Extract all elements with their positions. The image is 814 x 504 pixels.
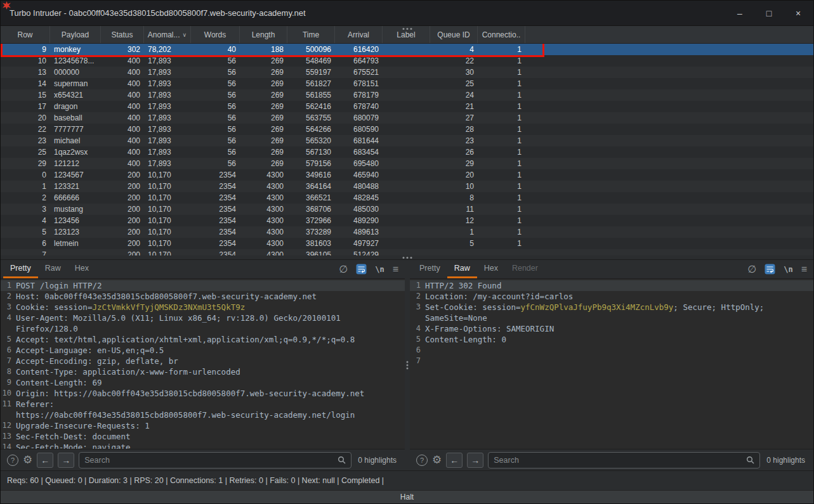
help-icon[interactable]: ? bbox=[416, 455, 428, 466]
table-cell: 56 bbox=[191, 124, 240, 135]
column-header-status[interactable]: Status bbox=[101, 26, 144, 43]
line-number: 3 bbox=[1, 302, 16, 313]
column-header-row[interactable]: Row bbox=[1, 26, 50, 43]
maximize-button[interactable]: □ bbox=[764, 8, 774, 18]
table-cell: 200 bbox=[101, 215, 144, 226]
search-input[interactable] bbox=[84, 456, 338, 465]
table-cell: 2354 bbox=[191, 192, 240, 204]
hide-highlights-icon[interactable]: ∅ bbox=[747, 264, 756, 275]
request-editor[interactable]: 1POST /login HTTP/22Host: 0abc00ff043e35… bbox=[1, 279, 405, 449]
table-cell: 200 bbox=[101, 169, 144, 181]
table-row[interactable]: 23michael40017,89356269565320681644231 bbox=[1, 135, 813, 146]
code-text: Content-Length: 0 bbox=[425, 334, 506, 345]
table-cell: 200 bbox=[101, 192, 144, 204]
table-row[interactable]: 112332120010,17023544300364164480488101 bbox=[1, 181, 813, 192]
newline-toggle-icon[interactable]: \n bbox=[375, 266, 384, 273]
next-match-button[interactable]: → bbox=[467, 453, 483, 468]
halt-button[interactable]: Halt bbox=[1, 490, 813, 503]
settings-gear-icon[interactable]: ⚙ bbox=[432, 455, 442, 465]
table-cell: 2354 bbox=[191, 226, 240, 238]
table-cell: 4300 bbox=[240, 249, 287, 255]
soft-wrap-icon[interactable] bbox=[356, 264, 367, 275]
table-cell: 482845 bbox=[335, 192, 383, 204]
table-row[interactable]: 15x65432140017,89356269561855678179241 bbox=[1, 89, 813, 101]
table-row[interactable]: 266666620010,1702354430036652148284581 bbox=[1, 192, 813, 204]
table-row[interactable]: 0123456720010,17023544300349616465940201 bbox=[1, 169, 813, 181]
editor-menu-icon[interactable]: ≡ bbox=[801, 264, 807, 275]
tab-hex[interactable]: Hex bbox=[68, 260, 96, 278]
tab-raw[interactable]: Raw bbox=[447, 260, 477, 278]
response-editor[interactable]: 1HTTP/2 302 Found2Location: /my-account?… bbox=[410, 279, 813, 449]
column-header-arrival[interactable]: Arrival bbox=[335, 26, 383, 43]
column-header-anomal[interactable]: Anomal...∨ bbox=[144, 26, 191, 43]
table-row[interactable]: 1300000040017,89356269559197675521301 bbox=[1, 67, 813, 78]
table-row[interactable]: 412345620010,17023544300372966489290121 bbox=[1, 215, 813, 226]
table-cell: 400 bbox=[101, 101, 144, 112]
code-text: JzCtVmkkVfTyjQMSKDz3NXmU3t5QkT9z bbox=[92, 302, 245, 313]
table-row[interactable]: 720010,17023544300396105512429 bbox=[1, 249, 813, 255]
settings-gear-icon[interactable]: ⚙ bbox=[23, 455, 32, 465]
table-cell: 56 bbox=[191, 55, 240, 67]
table-cell: 25 bbox=[430, 78, 478, 89]
column-header-time[interactable]: Time bbox=[287, 26, 335, 43]
help-icon[interactable]: ? bbox=[7, 455, 18, 466]
table-row[interactable]: 1012345678...40017,893562695484696647932… bbox=[1, 55, 813, 67]
table-row[interactable]: 6letmein20010,1702354430038160349792751 bbox=[1, 238, 813, 249]
newline-toggle-icon[interactable]: \n bbox=[784, 266, 792, 273]
table-cell: 10,170 bbox=[144, 181, 191, 192]
vertical-splitter[interactable] bbox=[405, 260, 410, 470]
table-cell: 56 bbox=[191, 89, 240, 101]
table-cell bbox=[383, 67, 430, 78]
tab-raw[interactable]: Raw bbox=[38, 260, 68, 278]
column-header-connectio[interactable]: Connectio.. bbox=[478, 26, 525, 43]
splitter-handle-mid[interactable] bbox=[402, 257, 412, 259]
soft-wrap-icon[interactable] bbox=[765, 264, 775, 275]
table-cell: 6 bbox=[1, 238, 50, 249]
tab-pretty[interactable]: Pretty bbox=[3, 260, 38, 278]
table-row[interactable]: 9monkey30278,2024018850009661642041 bbox=[1, 44, 813, 55]
search-icon bbox=[746, 456, 754, 464]
table-cell: 366521 bbox=[287, 192, 335, 204]
table-cell: 4300 bbox=[240, 204, 287, 215]
column-header-queueid[interactable]: Queue ID bbox=[430, 26, 478, 43]
table-row[interactable]: 512312320010,1702354430037328948961311 bbox=[1, 226, 813, 238]
tab-pretty[interactable]: Pretty bbox=[412, 260, 447, 278]
dropdown-chevron-icon[interactable]: ∨ bbox=[183, 32, 187, 38]
minimize-button[interactable]: – bbox=[735, 8, 745, 18]
editor-menu-icon[interactable]: ≡ bbox=[393, 264, 398, 275]
splitter-handle-vertical[interactable] bbox=[407, 360, 409, 371]
column-header-payload[interactable]: Payload bbox=[50, 26, 101, 43]
table-cell: 2354 bbox=[191, 238, 240, 249]
horizontal-splitter[interactable] bbox=[1, 255, 813, 259]
code-line: 5Accept: text/html,application/xhtml+xml… bbox=[1, 334, 405, 345]
table-row[interactable]: 20baseball40017,89356269563755680079271 bbox=[1, 112, 813, 124]
tab-render[interactable]: Render bbox=[505, 260, 545, 278]
table-cell: 13 bbox=[1, 67, 50, 78]
prev-match-button[interactable]: ← bbox=[37, 453, 53, 468]
table-cell: 23 bbox=[1, 135, 50, 146]
prev-match-button[interactable]: ← bbox=[446, 453, 463, 468]
table-cell: 14 bbox=[1, 78, 50, 89]
table-cell: 675521 bbox=[335, 67, 383, 78]
tab-hex[interactable]: Hex bbox=[477, 260, 505, 278]
table-cell bbox=[383, 146, 430, 158]
table-cell bbox=[383, 226, 430, 238]
table-row[interactable]: 2912121240017,89356269579156695480291 bbox=[1, 158, 813, 169]
message-editors: PrettyRawHex ∅ \n ≡ 1POST /login HTTP/22… bbox=[1, 259, 813, 470]
column-header-length[interactable]: Length bbox=[240, 26, 287, 43]
next-match-button[interactable]: → bbox=[58, 453, 74, 468]
table-row[interactable]: 3mustang20010,17023544300368706485030111 bbox=[1, 204, 813, 215]
table-row[interactable]: 251qaz2wsx40017,89356269567130683454261 bbox=[1, 146, 813, 158]
table-cell: 1 bbox=[478, 158, 525, 169]
table-row[interactable]: 22777777740017,89356269564266680590281 bbox=[1, 124, 813, 135]
table-row[interactable]: 14superman40017,89356269561827678151251 bbox=[1, 78, 813, 89]
search-input[interactable] bbox=[494, 456, 746, 465]
splitter-handle-top[interactable] bbox=[402, 28, 412, 30]
column-header-words[interactable]: Words bbox=[191, 26, 240, 43]
table-cell: letmein bbox=[50, 238, 101, 249]
close-button[interactable]: × bbox=[793, 8, 803, 18]
table-row[interactable]: 17dragon40017,89356269562416678740211 bbox=[1, 101, 813, 112]
table-cell: 269 bbox=[240, 101, 287, 112]
hide-highlights-icon[interactable]: ∅ bbox=[339, 264, 348, 275]
line-number: 7 bbox=[410, 356, 425, 366]
